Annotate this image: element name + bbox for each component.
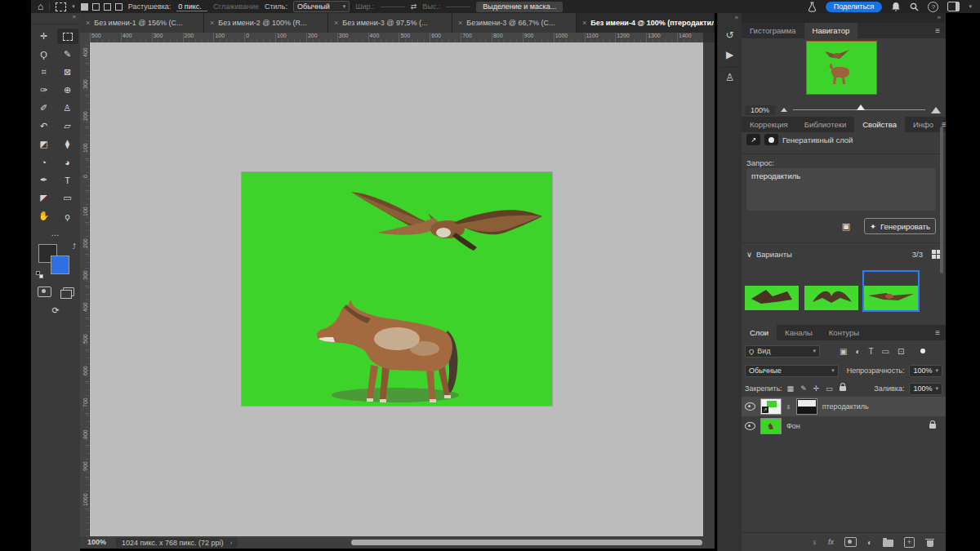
- layer-style-icon[interactable]: fx: [828, 538, 834, 546]
- blend-mode-select[interactable]: Обычные ▾: [745, 365, 839, 377]
- new-group-icon[interactable]: [883, 540, 893, 547]
- variant-thumbnail-1[interactable]: [745, 286, 799, 310]
- sponge-tool-icon[interactable]: ◕: [57, 154, 78, 170]
- lock-move-icon[interactable]: ✛: [813, 384, 820, 393]
- panel-scrollbar[interactable]: [940, 127, 943, 273]
- brush-tool-icon[interactable]: ✐: [33, 100, 55, 116]
- lock-artboard-icon[interactable]: ▭: [826, 384, 833, 393]
- close-icon[interactable]: ×: [458, 19, 462, 27]
- adjustment-layer-icon[interactable]: ◐: [867, 538, 872, 547]
- prompt-textarea[interactable]: птеродактиль: [746, 168, 936, 211]
- pen-tool-icon[interactable]: ✒: [33, 172, 55, 188]
- zoom-out-icon[interactable]: [781, 108, 787, 112]
- tab-untitled-3b[interactable]: × Безимени-3 @ 66,7% (C...: [452, 13, 577, 33]
- canvas-pasteboard[interactable]: [90, 42, 703, 536]
- collapse-panels-icon[interactable]: »: [938, 14, 941, 21]
- tab-paths[interactable]: Контуры: [821, 325, 867, 340]
- add-mask-icon[interactable]: [844, 537, 857, 547]
- filter-type-layers-icon[interactable]: T: [869, 347, 874, 356]
- tab-untitled-3[interactable]: × Без имени-3 @ 97,5% (...: [328, 13, 452, 33]
- quick-mask-icon[interactable]: [38, 287, 51, 297]
- eraser-tool-icon[interactable]: ▱: [57, 118, 78, 134]
- type-tool-icon[interactable]: T: [57, 172, 78, 188]
- rectangle-tool-icon[interactable]: ▭: [57, 190, 78, 206]
- close-icon[interactable]: ×: [210, 19, 214, 27]
- history-panel-icon[interactable]: ↺: [718, 29, 742, 41]
- height-input[interactable]: [446, 7, 470, 7]
- tab-untitled-2[interactable]: × Без имени-2 @ 100% (R...: [204, 13, 328, 33]
- crop-tool-icon[interactable]: ⌗: [33, 64, 55, 80]
- search-icon[interactable]: [910, 2, 919, 11]
- collapse-panel-icon[interactable]: »: [73, 13, 76, 20]
- variant-thumbnail-2[interactable]: [804, 286, 858, 310]
- visibility-eye-icon[interactable]: [745, 402, 755, 411]
- actions-panel-icon[interactable]: ▶: [718, 49, 742, 60]
- workspace-icon[interactable]: [947, 2, 960, 11]
- marquee-tool-icon[interactable]: [57, 29, 78, 44]
- rotate-view-icon[interactable]: ⟳: [31, 305, 80, 316]
- tab-navigator[interactable]: Навигатор: [804, 23, 858, 38]
- tab-untitled-4[interactable]: × Без имени-4 @ 100% (птеродактиль, RGB/…: [577, 13, 715, 33]
- close-icon[interactable]: ×: [86, 19, 90, 27]
- background-layer-thumbnail[interactable]: ♞: [760, 418, 782, 434]
- clone-stamp-tool-icon[interactable]: ♙: [57, 100, 78, 116]
- clone-source-panel-icon[interactable]: ♙: [718, 72, 742, 83]
- zoom-slider[interactable]: [793, 109, 925, 110]
- opacity-select[interactable]: 100% ▾: [909, 365, 942, 377]
- chevron-down-icon[interactable]: ∨: [746, 250, 752, 259]
- filter-shape-layers-icon[interactable]: ▭: [882, 347, 889, 356]
- horizontal-scrollbar[interactable]: [351, 540, 702, 545]
- gradient-tool-icon[interactable]: ◩: [33, 136, 55, 152]
- dodge-tool-icon[interactable]: ◔: [33, 154, 55, 170]
- close-icon[interactable]: ×: [334, 19, 338, 27]
- tab-properties[interactable]: Свойства: [854, 117, 905, 132]
- style-select[interactable]: Обычный ▾: [293, 1, 350, 12]
- generative-layer-thumbnail[interactable]: ↗: [760, 398, 782, 415]
- variant-thumbnail-3[interactable]: [864, 286, 918, 310]
- tab-adjustments[interactable]: Коррекция: [742, 117, 796, 132]
- blur-tool-icon[interactable]: ⧫: [57, 136, 78, 152]
- filter-toggle-icon[interactable]: [920, 349, 925, 353]
- swap-dimensions-icon[interactable]: ⇄: [411, 2, 417, 11]
- object-selection-tool-icon[interactable]: ✎: [57, 47, 78, 62]
- path-selection-tool-icon[interactable]: ◤: [33, 190, 55, 206]
- zoom-in-icon[interactable]: [931, 107, 941, 113]
- beaker-icon[interactable]: [808, 2, 817, 12]
- select-and-mask-button[interactable]: Выделение и маска...: [476, 2, 563, 12]
- hand-tool-icon[interactable]: ✋: [33, 208, 55, 224]
- layer-name[interactable]: птеродактиль: [822, 402, 869, 411]
- width-input[interactable]: [381, 7, 405, 7]
- expand-panels-icon[interactable]: »: [735, 14, 738, 21]
- tab-info[interactable]: Инфо: [905, 117, 942, 132]
- lock-all-icon[interactable]: [840, 386, 846, 391]
- move-tool-icon[interactable]: ✛: [33, 29, 55, 44]
- reference-image-icon[interactable]: ▣: [838, 220, 854, 233]
- intersect-selection-icon[interactable]: [115, 3, 122, 11]
- workspace-chevron-icon[interactable]: ▾: [969, 3, 972, 10]
- healing-brush-tool-icon[interactable]: ⊕: [57, 82, 78, 98]
- help-icon[interactable]: ?: [928, 2, 938, 12]
- visibility-eye-icon[interactable]: [745, 422, 755, 430]
- new-layer-icon[interactable]: +: [904, 537, 915, 548]
- panel-menu-icon[interactable]: ≡: [935, 23, 946, 38]
- delete-layer-icon[interactable]: [925, 538, 934, 547]
- add-selection-icon[interactable]: [92, 3, 100, 11]
- bell-icon[interactable]: [891, 2, 901, 11]
- eyedropper-tool-icon[interactable]: ✑: [33, 82, 55, 98]
- swap-colors-icon[interactable]: ⤴: [73, 242, 77, 251]
- layer-mask-thumbnail[interactable]: [796, 398, 817, 415]
- fill-select[interactable]: 100% ▾: [909, 383, 942, 395]
- zoom-level[interactable]: 100%: [87, 538, 106, 546]
- layer-filter-select[interactable]: Ϙ Вид ▾: [745, 345, 820, 358]
- layer-name[interactable]: Фон: [786, 422, 800, 430]
- zoom-tool-icon[interactable]: ϙ: [57, 208, 78, 224]
- screen-mode-icon[interactable]: [63, 287, 74, 296]
- tool-preset-chevron-icon[interactable]: ▾: [72, 3, 75, 10]
- close-icon[interactable]: ×: [582, 19, 586, 27]
- antialias-checkbox-label[interactable]: Сглаживание: [213, 2, 259, 11]
- history-brush-tool-icon[interactable]: ↶: [33, 118, 55, 134]
- link-layers-icon[interactable]: ∞: [812, 540, 819, 544]
- lock-transparent-icon[interactable]: ▦: [787, 384, 795, 393]
- vertical-ruler[interactable]: 4003002001000100200300400500600700800900…: [80, 42, 90, 536]
- generate-button[interactable]: ✦ Генерировать: [864, 218, 936, 234]
